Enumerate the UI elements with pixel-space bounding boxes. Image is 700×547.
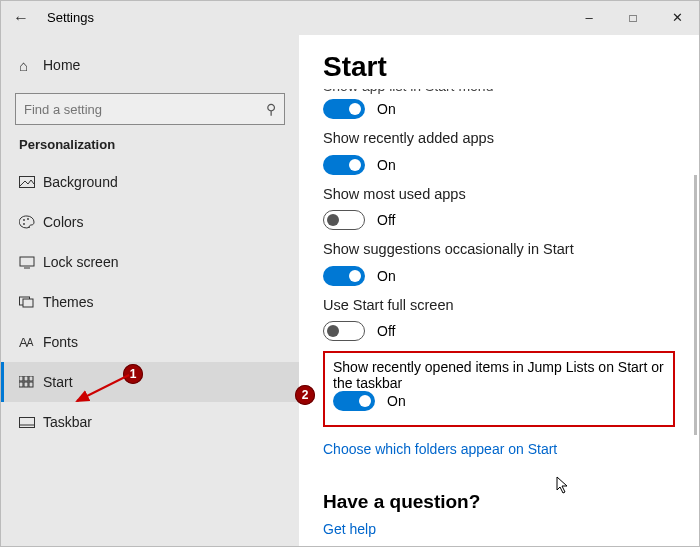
sidebar-item-colors[interactable]: Colors [1,202,299,242]
svg-rect-7 [23,299,33,307]
toggle-suggestions[interactable] [323,266,365,286]
back-button[interactable]: ← [1,9,41,27]
sidebar-label: Themes [43,294,94,310]
start-icon [19,376,43,388]
setting-label: Use Start full screen [323,296,675,316]
page-title: Start [323,51,675,83]
taskbar-icon [19,417,43,428]
sidebar-item-taskbar[interactable]: Taskbar [1,402,299,442]
main-panel: Start Show app list in Start menu On Sho… [299,35,699,546]
sidebar-item-background[interactable]: Background [1,162,299,202]
sidebar-label: Taskbar [43,414,92,430]
help-link[interactable]: Get help [323,521,376,537]
svg-point-3 [23,223,25,225]
fonts-icon: AA [19,335,43,350]
sidebar: ⌂ Home ⚲ Personalization Background Colo… [1,35,299,546]
toggle-most-used[interactable] [323,210,365,230]
svg-rect-13 [29,382,33,387]
toggle-jump-lists[interactable] [333,391,375,411]
minimize-button[interactable]: – [567,10,611,25]
cursor-icon [556,476,570,498]
question-heading: Have a question? [323,491,675,513]
sidebar-item-themes[interactable]: Themes [1,282,299,322]
palette-icon [19,215,43,229]
svg-rect-12 [24,382,28,387]
sidebar-label: Fonts [43,334,78,350]
search-icon: ⚲ [266,101,276,117]
sidebar-item-fonts[interactable]: AA Fonts [1,322,299,362]
monitor-icon [19,256,43,269]
themes-icon [19,295,43,309]
search-input[interactable] [24,102,224,117]
search-input-wrap[interactable]: ⚲ [15,93,285,125]
maximize-button[interactable]: □ [611,11,655,25]
cutoff-setting-label: Show app list in Start menu [323,89,675,99]
window-title: Settings [41,10,94,25]
sidebar-item-start[interactable]: Start [1,362,299,402]
toggle-state: On [377,157,396,173]
annotation-marker-2: 2 [295,385,315,405]
sidebar-label: Start [43,374,73,390]
toggle-state: On [377,268,396,284]
toggle-recently-added[interactable] [323,155,365,175]
sidebar-item-lock-screen[interactable]: Lock screen [1,242,299,282]
picture-icon [19,176,43,188]
toggle-app-list[interactable] [323,99,365,119]
category-heading: Personalization [1,137,299,162]
scrollbar[interactable] [694,175,697,435]
svg-point-1 [23,219,25,221]
toggle-state: On [387,393,406,409]
annotation-highlight: Show recently opened items in Jump Lists… [323,351,675,427]
toggle-fullscreen[interactable] [323,321,365,341]
toggle-state: Off [377,323,395,339]
sidebar-label: Colors [43,214,83,230]
nav-home-label: Home [43,57,80,73]
svg-rect-8 [19,376,23,381]
svg-rect-10 [29,376,33,381]
toggle-state: On [377,101,396,117]
sidebar-label: Background [43,174,118,190]
svg-point-2 [27,218,29,220]
svg-rect-9 [24,376,28,381]
setting-label: Show suggestions occasionally in Start [323,240,675,260]
setting-label: Show recently opened items in Jump Lists… [333,359,665,391]
svg-rect-11 [19,382,23,387]
folders-link[interactable]: Choose which folders appear on Start [323,441,557,457]
annotation-arrow [71,371,133,407]
setting-label: Show recently added apps [323,129,675,149]
home-icon: ⌂ [19,57,43,74]
svg-rect-14 [20,417,35,427]
svg-line-16 [77,375,129,401]
svg-rect-4 [20,257,34,266]
sidebar-label: Lock screen [43,254,118,270]
toggle-state: Off [377,212,395,228]
titlebar: ← Settings – □ ✕ [1,1,699,35]
setting-label: Show most used apps [323,185,675,205]
close-button[interactable]: ✕ [655,10,699,25]
nav-home[interactable]: ⌂ Home [1,45,299,85]
